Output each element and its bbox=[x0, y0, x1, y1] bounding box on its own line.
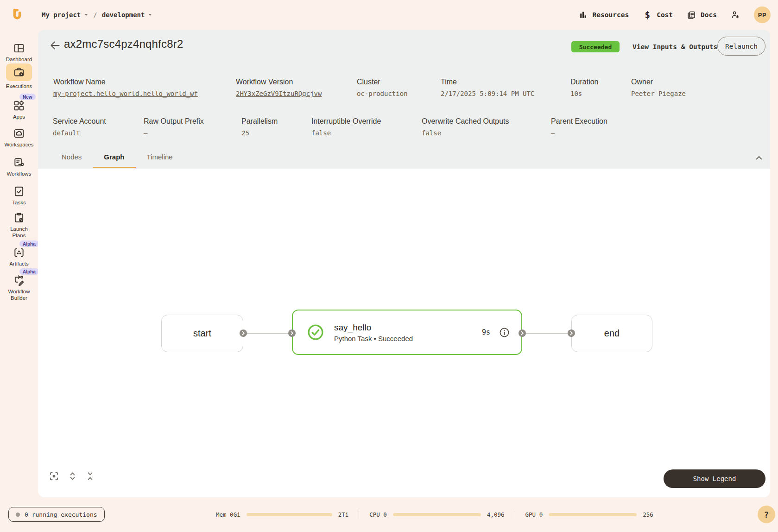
expand-vertical-icon[interactable] bbox=[67, 471, 78, 481]
graph-node-start[interactable]: start bbox=[161, 315, 243, 352]
breadcrumb-project[interactable]: My project bbox=[42, 11, 89, 19]
memory-meter-bar bbox=[247, 513, 332, 516]
meta-parent-execution: Parent Execution – bbox=[551, 117, 607, 137]
meta-label: Interruptible Override bbox=[311, 117, 381, 126]
meta-owner: Owner Peeter Piegaze bbox=[631, 78, 686, 97]
workspaces-icon bbox=[13, 127, 25, 139]
meta-value: oc-production bbox=[357, 90, 408, 97]
meta-workflow-version: Workflow Version 2HY3xZeGzV9ItzuRQgcjvw bbox=[236, 78, 322, 97]
chevron-down-icon bbox=[84, 13, 89, 17]
meta-cluster: Cluster oc-production bbox=[357, 78, 408, 97]
breadcrumb-domain[interactable]: development bbox=[102, 11, 153, 19]
meta-interruptible-override: Interruptible Override false bbox=[311, 117, 381, 137]
workflow-version-link[interactable]: 2HY3xZeGzV9ItzuRQgcjvw bbox=[236, 90, 322, 97]
sidebar-label-launch-plans: Tasks bbox=[12, 200, 25, 206]
meta-label: Cluster bbox=[357, 78, 408, 86]
collapse-vertical-icon[interactable] bbox=[85, 471, 95, 481]
tab-nodes[interactable]: Nodes bbox=[51, 147, 93, 168]
status-bar: 0 running executions Mem 0Gi 2Ti CPU 0 4… bbox=[0, 497, 778, 532]
gpu-meter: GPU 0 256 bbox=[525, 511, 653, 518]
sidebar-item-workflows[interactable]: Workflows bbox=[0, 157, 38, 177]
alpha-badge: Alpha bbox=[19, 268, 39, 275]
graph-canvas[interactable]: start say_hello Python Task • Succeeded … bbox=[38, 169, 770, 497]
dashboard-icon bbox=[13, 42, 25, 54]
union-logo[interactable] bbox=[10, 8, 24, 22]
gpu-meter-bar bbox=[549, 513, 637, 516]
back-arrow-icon[interactable] bbox=[49, 39, 61, 51]
meter-separator bbox=[359, 511, 359, 519]
meta-parallelism: Parallelism 25 bbox=[241, 117, 278, 137]
sidebar-item-workflow-builder[interactable]: Alpha Workflow Builder bbox=[0, 274, 38, 302]
center-view-icon[interactable] bbox=[49, 471, 59, 481]
task-name: say_hello bbox=[334, 323, 482, 333]
resources-nav[interactable]: Resources bbox=[579, 10, 629, 19]
sidebar-item-tasks[interactable]: Tasks bbox=[0, 185, 38, 206]
execution-panel: ax2mc7sc4pz4nqhfc8r2 Succeeded View Inpu… bbox=[38, 30, 770, 497]
sidebar-item-executions[interactable]: Executions bbox=[0, 63, 38, 90]
sidebar-item-dashboard[interactable]: Dashboard bbox=[0, 42, 38, 63]
tab-graph[interactable]: Graph bbox=[93, 147, 135, 168]
breadcrumb-project-label: My project bbox=[42, 11, 81, 19]
help-button[interactable]: ? bbox=[758, 506, 775, 523]
workflow-name-link[interactable]: my-project.hello_world.hello_world_wf bbox=[53, 90, 198, 97]
memory-meter: Mem 0Gi 2Ti bbox=[216, 511, 348, 518]
cost-label: Cost bbox=[657, 11, 673, 19]
edge-arrow-icon bbox=[240, 329, 247, 337]
meta-value: 2/17/2025 5:09:14 PM UTC bbox=[441, 90, 534, 97]
sidebar-item-apps[interactable]: New Apps bbox=[0, 100, 38, 120]
graph-edge bbox=[243, 333, 292, 334]
avatar[interactable]: PP bbox=[754, 6, 771, 23]
meta-value: 10s bbox=[570, 90, 598, 97]
sidebar-label-apps: Apps bbox=[13, 114, 25, 120]
start-node-label: start bbox=[193, 328, 211, 339]
running-executions-pill[interactable]: 0 running executions bbox=[8, 507, 105, 522]
relaunch-button[interactable]: Relaunch bbox=[717, 37, 765, 56]
meta-label: Workflow Version bbox=[236, 78, 322, 86]
meta-value: – bbox=[144, 129, 204, 137]
executions-icon bbox=[6, 63, 32, 81]
memory-meter-max: 2Ti bbox=[338, 511, 349, 518]
meta-label: Parent Execution bbox=[551, 117, 607, 126]
cost-nav[interactable]: $ Cost bbox=[643, 10, 673, 19]
launch-plans-icon bbox=[13, 212, 25, 224]
app-root: My project / development Reso bbox=[0, 0, 778, 532]
page-title: ax2mc7sc4pz4nqhfc8r2 bbox=[64, 38, 183, 51]
user-gear-icon bbox=[731, 10, 740, 19]
sidebar-label-workspaces: Workspaces bbox=[4, 142, 33, 148]
task-duration: 9s bbox=[482, 328, 490, 336]
meta-label: Workflow Name bbox=[53, 78, 198, 86]
tab-timeline[interactable]: Timeline bbox=[136, 147, 184, 168]
graph-node-say-hello[interactable]: say_hello Python Task • Succeeded 9s bbox=[292, 310, 522, 355]
meta-time: Time 2/17/2025 5:09:14 PM UTC bbox=[441, 78, 534, 97]
info-icon[interactable] bbox=[499, 327, 510, 338]
meta-value: default bbox=[53, 129, 106, 137]
workflows-icon bbox=[13, 157, 25, 169]
view-inputs-outputs-link[interactable]: View Inputs & Outputs bbox=[633, 43, 717, 51]
meta-service-account: Service Account default bbox=[53, 117, 106, 137]
view-tabs: Nodes Graph Timeline bbox=[51, 147, 184, 168]
status-dot bbox=[16, 513, 20, 517]
chevron-down-icon bbox=[148, 13, 152, 17]
sidebar-label-executions: Executions bbox=[6, 83, 32, 90]
chevron-up-icon[interactable] bbox=[754, 153, 764, 163]
meta-duration: Duration 10s bbox=[570, 78, 598, 97]
sidebar-item-workspaces[interactable]: Workspaces bbox=[0, 127, 38, 148]
docs-icon bbox=[687, 10, 696, 19]
meta-label: Raw Output Prefix bbox=[144, 117, 204, 126]
sidebar-label-workflows: Workflows bbox=[7, 171, 32, 177]
apps-icon bbox=[13, 100, 25, 112]
workflow-builder-icon bbox=[13, 274, 25, 286]
graph-node-end[interactable]: end bbox=[571, 315, 652, 352]
sidebar-item-launch-plans[interactable]: Launch Plans bbox=[0, 212, 38, 239]
end-node-label: end bbox=[604, 328, 620, 339]
meta-workflow-name: Workflow Name my-project.hello_world.hel… bbox=[53, 78, 198, 97]
task-text: say_hello Python Task • Succeeded bbox=[334, 323, 482, 342]
topnav: Resources $ Cost Docs bbox=[579, 6, 771, 23]
docs-nav[interactable]: Docs bbox=[687, 10, 717, 19]
user-settings-nav[interactable] bbox=[731, 10, 740, 19]
show-legend-button[interactable]: Show Legend bbox=[664, 469, 765, 488]
meta-value: 25 bbox=[241, 129, 278, 137]
bar-chart-icon bbox=[579, 10, 588, 19]
alpha-badge: Alpha bbox=[19, 241, 39, 247]
sidebar-item-artifacts[interactable]: Alpha Artifacts bbox=[0, 247, 38, 267]
